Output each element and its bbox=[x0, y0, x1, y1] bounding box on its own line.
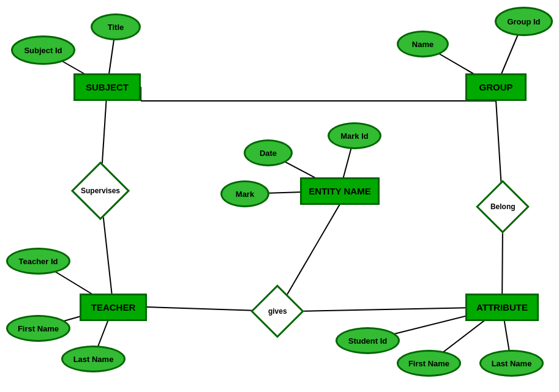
entity-group: GROUP bbox=[465, 73, 527, 101]
entity-attribute-label: ATTRIBUTE bbox=[476, 302, 528, 312]
attr-teacher-id: Teacher Id bbox=[6, 248, 70, 275]
attr-name-label: Name bbox=[412, 40, 433, 49]
attr-mark: Mark bbox=[220, 180, 269, 207]
attr-date-label: Date bbox=[260, 149, 277, 158]
attr-last-name-attribute-label: Last Name bbox=[492, 359, 532, 368]
rel-belong: Belong bbox=[476, 180, 530, 234]
attr-last-name-teacher: Last Name bbox=[61, 346, 126, 372]
attr-first-name-teacher: First Name bbox=[6, 315, 70, 342]
attr-name: Name bbox=[397, 31, 449, 57]
attr-mark-label: Mark bbox=[236, 190, 254, 199]
attr-last-name-attribute: Last Name bbox=[479, 350, 544, 377]
attr-subject-id: Subject Id bbox=[11, 35, 75, 65]
rel-gives: gives bbox=[250, 284, 304, 338]
attr-mark-id: Mark Id bbox=[328, 122, 381, 149]
entity-subject: SUBJECT bbox=[73, 73, 141, 101]
attr-group-id-label: Group Id bbox=[507, 17, 540, 26]
attr-group-id: Group Id bbox=[495, 7, 553, 36]
attr-title: Title bbox=[91, 13, 141, 40]
entity-teacher-label: TEACHER bbox=[91, 302, 136, 312]
entity-entity-name: ENTITY NAME bbox=[300, 177, 380, 205]
entity-teacher: TEACHER bbox=[80, 294, 147, 321]
entity-subject-label: SUBJECT bbox=[86, 82, 129, 92]
attr-student-id-label: Student Id bbox=[348, 336, 388, 346]
attr-subject-id-label: Subject Id bbox=[24, 46, 62, 55]
attr-mark-id-label: Mark Id bbox=[340, 131, 369, 141]
attr-title-label: Title bbox=[108, 23, 124, 32]
entity-group-label: GROUP bbox=[479, 82, 512, 92]
attr-date: Date bbox=[244, 139, 293, 166]
rel-gives-label: gives bbox=[268, 307, 287, 316]
attr-first-name-attribute-label: First Name bbox=[408, 359, 449, 368]
entity-entityname-label: ENTITY NAME bbox=[309, 186, 370, 196]
rel-supervises: Supervises bbox=[71, 161, 130, 220]
attr-student-id: Student Id bbox=[336, 327, 400, 354]
attr-first-name-attribute: First Name bbox=[397, 350, 461, 377]
attr-teacher-id-label: Teacher Id bbox=[18, 257, 58, 266]
rel-supervises-label: Supervises bbox=[81, 187, 120, 195]
entity-attribute: ATTRIBUTE bbox=[465, 294, 539, 321]
rel-belong-label: Belong bbox=[490, 202, 516, 211]
attr-last-name-teacher-label: Last Name bbox=[73, 355, 114, 364]
attr-first-name-teacher-label: First Name bbox=[18, 324, 59, 333]
